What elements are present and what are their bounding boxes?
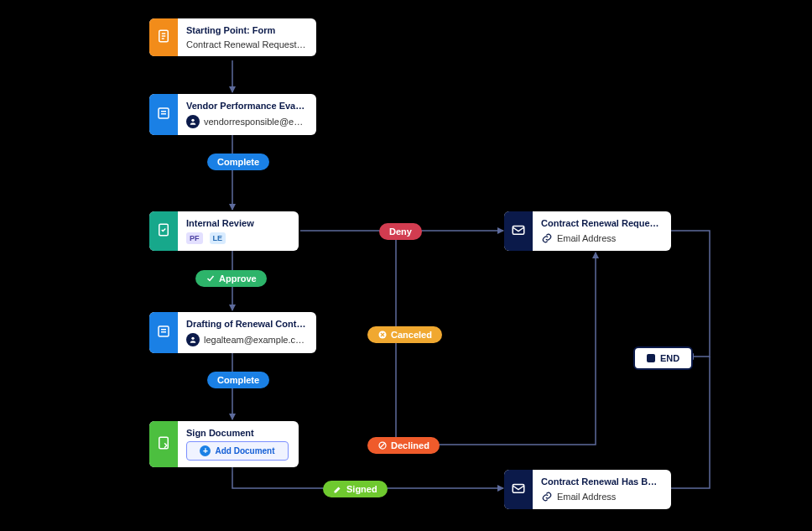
cancel-icon — [377, 330, 388, 340]
svg-line-16 — [380, 443, 385, 448]
node-title: Internal Review — [186, 218, 289, 228]
plus-icon: + — [200, 445, 211, 456]
svg-rect-18 — [513, 484, 524, 492]
badge-signed: Signed — [323, 481, 388, 497]
badge-canceled: Canceled — [367, 326, 442, 343]
node-sign-document[interactable]: Sign Document + Add Document — [149, 421, 299, 467]
review-icon — [149, 211, 178, 251]
node-subtitle: Contract Renewal Request… — [186, 39, 306, 49]
node-end[interactable]: END — [633, 346, 693, 370]
task-icon — [149, 94, 178, 135]
task-icon — [149, 312, 178, 353]
block-icon — [377, 440, 388, 450]
link-icon — [541, 491, 553, 502]
svg-point-7 — [191, 119, 194, 122]
node-title: Contract Renewal Has Been … — [541, 476, 661, 487]
pen-icon — [333, 484, 343, 494]
sign-icon — [149, 421, 178, 467]
tag-le: LE — [210, 232, 226, 244]
node-start-form[interactable]: Starting Point: Form Contract Renewal Re… — [149, 18, 316, 56]
node-email-signed[interactable]: Contract Renewal Has Been … Email Addres… — [504, 470, 671, 509]
svg-rect-14 — [159, 437, 169, 449]
node-link: Email Address — [541, 232, 661, 244]
check-icon — [206, 273, 216, 284]
badge-declined: Declined — [367, 437, 440, 454]
node-drafting[interactable]: Drafting of Renewal Contract legalteam@e… — [149, 312, 316, 353]
svg-point-12 — [191, 337, 194, 340]
node-title: Drafting of Renewal Contract — [186, 319, 306, 329]
person-icon — [186, 333, 200, 346]
node-email-denied[interactable]: Contract Renewal Request H… Email Addres… — [504, 211, 671, 251]
node-tags: PF LE — [186, 232, 289, 244]
node-title: Contract Renewal Request H… — [541, 218, 661, 228]
node-title: Starting Point: Form — [186, 25, 306, 35]
node-link: Email Address — [541, 491, 661, 502]
person-icon — [186, 115, 200, 128]
svg-rect-17 — [513, 226, 524, 234]
form-icon — [149, 18, 178, 56]
node-internal-review[interactable]: Internal Review PF LE — [149, 211, 299, 251]
link-icon — [541, 232, 553, 244]
node-title: Sign Document — [186, 428, 289, 438]
node-title: Vendor Performance Evaluati… — [186, 101, 306, 111]
badge-deny: Deny — [379, 223, 422, 240]
add-document-button[interactable]: + Add Document — [186, 441, 289, 461]
badge-approve: Approve — [195, 270, 267, 287]
node-assignee: legalteam@example.c… — [186, 333, 306, 346]
node-vendor-evaluation[interactable]: Vendor Performance Evaluati… vendorrespo… — [149, 94, 316, 135]
tag-pf: PF — [186, 232, 203, 244]
badge-complete: Complete — [207, 154, 269, 170]
email-icon — [504, 211, 533, 251]
stop-icon — [647, 354, 655, 362]
end-label: END — [660, 353, 679, 363]
node-assignee: vendorresponsible@e… — [186, 115, 306, 128]
badge-complete: Complete — [207, 372, 269, 388]
email-icon — [504, 470, 533, 509]
